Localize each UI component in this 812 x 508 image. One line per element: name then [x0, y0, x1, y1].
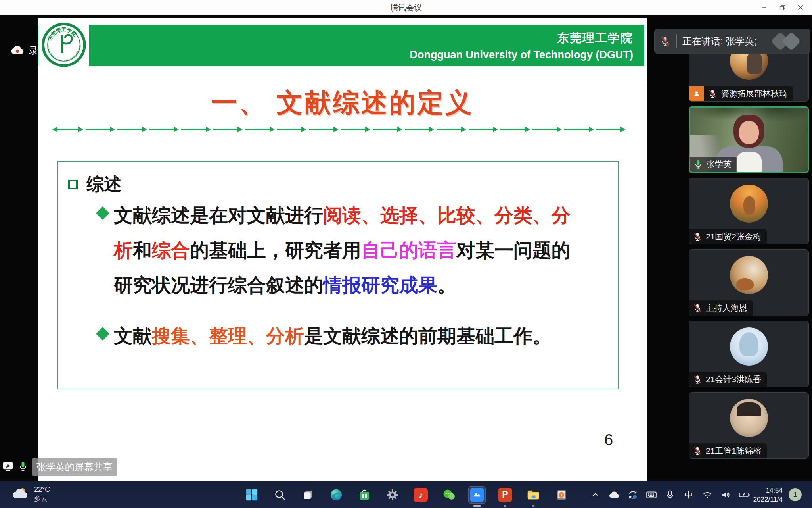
arrow-segment-icon: [341, 126, 370, 133]
para2-text: 文献搜集、整理、分析是文献综述的前期基础工作。: [114, 325, 552, 346]
microsoft-store-icon[interactable]: [356, 486, 373, 504]
diamond-bullet-icon: [96, 327, 109, 341]
text-run: 是文献综述的前期基础工作。: [304, 325, 552, 346]
restore-button[interactable]: [773, 0, 791, 15]
windows-taskbar: 22°C 多云 ♪P 中 14:54 2022/11/4 1: [0, 481, 812, 508]
media-player-icon[interactable]: [553, 486, 570, 504]
text-run: 综合: [152, 240, 190, 261]
participant-tile[interactable]: 张学英: [689, 106, 809, 173]
mic-status-icon: [692, 446, 703, 456]
touch-keyboard-icon[interactable]: [645, 489, 657, 501]
weather-temp: 22°C: [34, 485, 50, 494]
arrow-segment-icon: [469, 126, 497, 133]
text-run: 情报研究成果: [323, 275, 437, 296]
minimize-button[interactable]: [755, 0, 773, 15]
system-tray: 中: [590, 481, 751, 508]
participant-tile[interactable]: 21国贸2张金梅: [689, 178, 809, 244]
clock-date: 2022/11/4: [741, 495, 783, 504]
participant-name: 21会计3洪陈香: [706, 374, 761, 385]
notification-count-badge[interactable]: 1: [789, 488, 802, 501]
arrow-divider: [54, 126, 624, 133]
participant-label: 21会计3洪陈香: [689, 372, 767, 387]
arrow-segment-icon: [596, 126, 625, 133]
task-view-icon[interactable]: [299, 486, 317, 504]
text-run: 自己的语言: [361, 240, 456, 261]
edge-icon[interactable]: [327, 486, 345, 504]
mic-status-icon: [707, 89, 718, 99]
slide-title: 一、 文献综述的定义: [38, 85, 647, 121]
participant-name: 主持人海恩: [706, 302, 747, 314]
text-run: 文献综述是在对文献进行: [114, 205, 323, 226]
screen-share-toast: 张学英的屏幕共享: [2, 458, 117, 476]
volume-icon[interactable]: [720, 489, 732, 501]
arrow-segment-icon: [245, 126, 274, 133]
tencent-meeting-icon[interactable]: [468, 486, 486, 504]
participant-label: 主持人海恩: [689, 300, 753, 316]
file-explorer-icon[interactable]: [525, 486, 542, 504]
netease-music-icon[interactable]: ♪: [412, 486, 429, 504]
ime-icon[interactable]: 中: [683, 489, 695, 501]
presenter-mic-icon: [17, 461, 29, 473]
sync-icon[interactable]: [627, 489, 639, 501]
mic-status-icon: [692, 231, 703, 242]
text-run: 。: [437, 275, 456, 296]
arrow-segment-icon: [117, 126, 146, 133]
windows-start-icon[interactable]: [243, 486, 260, 504]
window-titlebar: 腾讯会议: [0, 0, 812, 15]
cloud-recording-icon: [10, 45, 25, 57]
participant-name: 21工管1陈锦榕: [706, 445, 761, 456]
slide-page-number: 6: [593, 431, 624, 449]
university-banner: 东莞理工学院 Dongguan University of Technology…: [38, 25, 644, 66]
muted-mic-icon: [659, 35, 671, 47]
screen-share-icon: [2, 460, 14, 474]
shared-screen-stage: 录制中 东莞理工学院 Dongguan University of Techno…: [0, 15, 812, 481]
taskbar-clock[interactable]: 14:54 2022/11/4: [741, 486, 783, 504]
slide-content-box: 综述 文献综述是在对文献进行阅读、选择、比较、分类、分析和综合的基础上，研究者用…: [57, 161, 619, 389]
participant-avatar: [730, 399, 768, 437]
participant-label: 资源拓展部林秋琦: [689, 86, 793, 101]
wechat-icon[interactable]: [440, 486, 458, 504]
participant-tile[interactable]: 21会计3洪陈香: [689, 321, 809, 387]
diamond-bullet-icon: [96, 206, 109, 220]
powerpoint-icon[interactable]: P: [496, 486, 514, 504]
search-icon[interactable]: [271, 486, 289, 504]
chevron-up-icon[interactable]: [590, 489, 601, 501]
section-heading: 综述: [86, 173, 121, 196]
definition-paragraph: 文献综述是在对文献进行阅读、选择、比较、分类、分析和综合的基础上，研究者用自己的…: [114, 198, 584, 303]
arrow-segment-icon: [500, 126, 529, 133]
tencent-meeting-window: 腾讯会议 录制中 东莞理工学院 Dongg: [0, 0, 812, 508]
participant-name: 张学英: [707, 159, 732, 170]
text-run: 和: [133, 240, 152, 261]
weather-widget[interactable]: 22°C 多云: [11, 485, 50, 504]
arrow-segment-icon: [181, 126, 210, 133]
text-run: 的基础上，研究者用: [190, 240, 361, 261]
arrow-segment-icon: [213, 126, 242, 133]
text-run: 文献: [114, 325, 152, 346]
groundwork-paragraph: 文献搜集、整理、分析是文献综述的前期基础工作。: [114, 319, 584, 354]
settings-icon[interactable]: [384, 486, 401, 504]
speaking-toast: 正在讲话: 张学英;: [654, 29, 810, 54]
weather-condition: 多云: [34, 494, 50, 504]
square-bullet-icon: [68, 180, 78, 189]
university-name-en: Dongguan University of Technology (DGUT): [410, 49, 634, 61]
wifi-icon[interactable]: [701, 489, 713, 501]
participant-tile[interactable]: 主持人海恩: [689, 249, 809, 316]
clock-time: 14:54: [741, 486, 783, 495]
participant-label: 21国贸2张金梅: [689, 229, 767, 244]
taskbar-app-icons: ♪P: [243, 481, 570, 508]
window-title: 腾讯会议: [390, 2, 422, 13]
arrow-segment-icon: [86, 126, 114, 133]
participant-label: 21工管1陈锦榕: [689, 443, 767, 458]
weather-icon: [11, 486, 29, 502]
participant-tile[interactable]: 21工管1陈锦榕: [689, 392, 809, 459]
close-button[interactable]: [791, 0, 810, 15]
window-controls: [755, 0, 810, 15]
participant-avatar: [730, 256, 768, 294]
screen-share-label: 张学英的屏幕共享: [32, 458, 117, 476]
microphone-icon[interactable]: [664, 489, 676, 501]
participant-avatar: [730, 327, 768, 366]
meeting-watermark-icon: [770, 31, 806, 51]
onedrive-icon[interactable]: [608, 489, 620, 501]
arrow-segment-icon: [532, 126, 561, 133]
arrow-segment-icon: [54, 126, 82, 133]
